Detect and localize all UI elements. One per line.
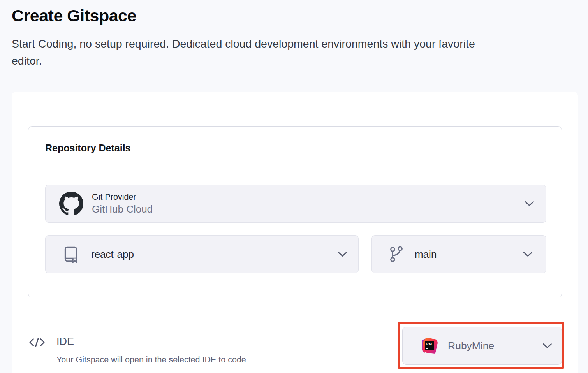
branch-select[interactable]: main [371, 235, 546, 273]
branch-value: main [415, 248, 437, 260]
chevron-down-icon [338, 252, 347, 257]
chevron-down-icon [525, 201, 534, 206]
ide-section-description: Your Gitspace will open in the selected … [56, 355, 246, 365]
svg-text:RM: RM [426, 342, 432, 346]
gitspace-form-card: Repository Details Git Provider GitHub C… [12, 92, 578, 373]
git-provider-text: Git Provider GitHub Cloud [92, 192, 153, 215]
page-subtitle: Start Coding, no setup required. Dedicat… [12, 35, 475, 69]
chevron-down-icon [523, 252, 533, 257]
annotation-highlight-box: RM RubyMine [398, 322, 564, 369]
page-title: Create Gitspace [12, 5, 136, 26]
git-branch-icon [387, 245, 405, 263]
ide-select-value: RubyMine [448, 340, 494, 352]
git-provider-select[interactable]: Git Provider GitHub Cloud [45, 185, 546, 223]
page-subtitle-line2: editor. [12, 55, 42, 67]
repository-details-section: Repository Details Git Provider GitHub C… [28, 126, 562, 297]
git-provider-label: Git Provider [92, 192, 153, 202]
git-provider-value: GitHub Cloud [92, 203, 153, 215]
repository-details-header: Repository Details [28, 127, 562, 170]
ide-section-label: IDE [56, 336, 74, 348]
rubymine-icon: RM [421, 338, 438, 354]
ide-select[interactable]: RM RubyMine [402, 327, 562, 365]
create-gitspace-page: Create Gitspace Start Coding, no setup r… [0, 0, 588, 373]
code-brackets-icon [29, 336, 45, 348]
repository-value: react-app [91, 248, 134, 260]
chevron-down-icon [542, 343, 552, 348]
repository-details-heading: Repository Details [45, 143, 131, 154]
page-subtitle-line1: Start Coding, no setup required. Dedicat… [12, 37, 475, 50]
repository-select[interactable]: react-app [45, 235, 359, 273]
github-icon [59, 192, 83, 216]
repository-book-icon [61, 245, 81, 264]
